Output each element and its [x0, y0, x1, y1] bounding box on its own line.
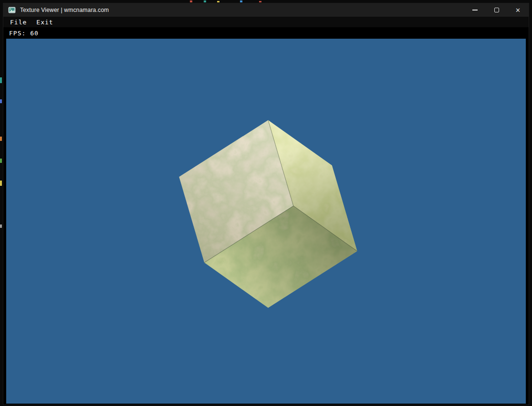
fps-bar: FPS: 60: [3, 27, 529, 39]
textured-cube: [6, 39, 526, 404]
menu-item-file[interactable]: File: [10, 19, 27, 26]
render-viewport[interactable]: [6, 39, 526, 404]
maximize-button[interactable]: [486, 3, 507, 17]
close-icon: ✕: [515, 7, 521, 13]
desktop-artifact: [217, 1, 219, 2]
window-controls: ✕: [464, 3, 529, 17]
desktop-artifact: [0, 99, 2, 103]
window-title: Texture Viewer | wmcnamara.com: [20, 7, 109, 13]
desktop-artifact: [204, 0, 206, 2]
maximize-icon: [494, 8, 499, 12]
menu-bar: File Exit: [3, 17, 529, 27]
desktop-artifact: [240, 0, 242, 2]
desktop-artifact: [259, 1, 261, 2]
menu-item-exit[interactable]: Exit: [36, 19, 53, 26]
app-window: Texture Viewer | wmcnamara.com ✕ File Ex…: [3, 3, 529, 405]
title-bar: Texture Viewer | wmcnamara.com ✕: [3, 3, 529, 17]
minimize-icon: [472, 10, 478, 11]
desktop-artifact: [0, 181, 2, 186]
desktop-artifact: [0, 77, 2, 83]
desktop-artifact: [0, 159, 2, 163]
minimize-button[interactable]: [464, 3, 486, 17]
desktop-artifact: [0, 137, 2, 141]
desktop-artifact: [190, 0, 192, 2]
fps-counter: FPS: 60: [9, 30, 39, 37]
desktop-artifact: [0, 224, 2, 228]
app-icon: [8, 6, 16, 14]
close-button[interactable]: ✕: [507, 3, 529, 17]
cube: [179, 120, 357, 308]
